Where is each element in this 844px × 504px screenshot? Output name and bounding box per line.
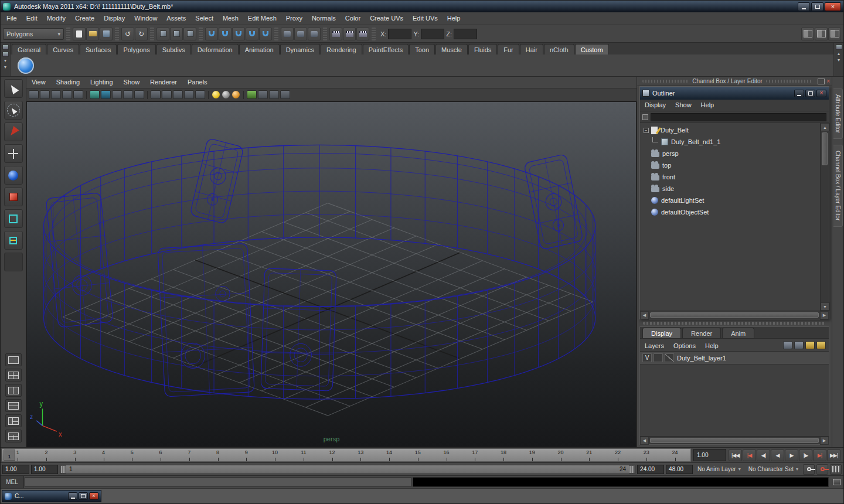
film-gate-icon[interactable] (162, 90, 172, 99)
timeline-frame-8[interactable]: 8 (203, 449, 232, 461)
outliner-vertical-scrollbar[interactable]: ▲ ▼ (820, 123, 829, 311)
shelf-tab-fluids[interactable]: Fluids (468, 44, 497, 55)
play-backwards-button[interactable]: ◀ (771, 449, 784, 461)
close-button[interactable]: × (825, 2, 841, 11)
custom-shelf-item-button[interactable] (18, 57, 34, 74)
scrollbar-track[interactable] (821, 166, 829, 302)
command-line-result[interactable] (413, 477, 829, 487)
playback-start-field[interactable]: 1.00 (31, 465, 58, 474)
close-panel-icon[interactable]: × (826, 79, 830, 84)
animation-start-field[interactable]: 1.00 (2, 465, 29, 474)
mini-restore-button[interactable] (79, 492, 88, 500)
menu-edit[interactable]: Edit (22, 12, 42, 25)
timeline-frame-1[interactable]: 1 (4, 449, 32, 461)
menu-proxy[interactable]: Proxy (281, 12, 307, 25)
paint-select-tool-button[interactable] (4, 122, 23, 141)
timeline-frame-11[interactable]: 11 (290, 449, 318, 461)
layer-editor-tab-display[interactable]: Display (642, 328, 681, 338)
render-current-frame-button[interactable] (329, 28, 342, 40)
layer-editor-tab-render[interactable]: Render (682, 328, 721, 338)
lasso-select-tool-button[interactable] (4, 101, 23, 120)
timeline-frame-6[interactable]: 6 (147, 449, 175, 461)
menu-color[interactable]: Color (341, 12, 365, 25)
display-layer-row[interactable]: VDuty_Belt_layer1 (640, 352, 829, 365)
perspective-viewport[interactable]: y x z persp (26, 101, 637, 447)
collapse-expander-icon[interactable]: − (644, 128, 649, 133)
menu-create-uvs[interactable]: Create UVs (365, 12, 408, 25)
undock-panel-icon[interactable] (818, 79, 825, 84)
shelf-scroll-down-icon[interactable]: ▾ (838, 58, 840, 63)
layout-persp-graph-button[interactable] (5, 430, 22, 442)
step-back-frame-button[interactable]: ◀| (757, 449, 770, 461)
outliner-menu-show[interactable]: Show (671, 100, 696, 111)
outliner-titlebar[interactable]: Outliner × (640, 87, 829, 100)
rotate-tool-button[interactable] (4, 166, 23, 185)
go-to-start-button[interactable]: |◀◀ (729, 449, 742, 461)
move-layer-up-icon[interactable] (783, 341, 792, 349)
timeline-frame-7[interactable]: 7 (175, 449, 204, 461)
animation-end-field[interactable]: 48.00 (666, 465, 693, 474)
outliner-item-side[interactable]: side (640, 183, 820, 195)
select-by-object-button[interactable] (170, 28, 183, 40)
x-input[interactable] (388, 29, 411, 39)
menu-window[interactable]: Window (130, 12, 162, 25)
range-slider[interactable]: 1 24 (60, 465, 635, 474)
outliner-menu-help[interactable]: Help (696, 100, 719, 111)
shelf-tab-deformation[interactable]: Deformation (192, 44, 239, 55)
show-manipulator-button[interactable] (4, 231, 23, 250)
outliner-menu-display[interactable]: Display (640, 100, 671, 111)
panel-menu-show[interactable]: Show (118, 77, 145, 88)
timeline-frame-13[interactable]: 13 (346, 449, 375, 461)
outliner-item-duty-belt[interactable]: −Duty_Belt (640, 124, 820, 136)
menu-display[interactable]: Display (99, 12, 130, 25)
undo-button[interactable]: ↺ (121, 28, 134, 40)
timeline-frame-5[interactable]: 5 (118, 449, 147, 461)
shelf-scroll-up-icon[interactable]: ▴ (838, 52, 840, 56)
scrollbar-thumb[interactable] (822, 132, 828, 165)
outliner-item-front[interactable]: front (640, 171, 820, 183)
ipr-render-button[interactable] (343, 28, 356, 40)
create-layer-from-selected-icon[interactable] (816, 341, 826, 349)
construction-history-button[interactable] (294, 28, 307, 40)
attribute-editor-toggle-button[interactable] (801, 28, 814, 40)
menu-file[interactable]: File (2, 12, 22, 25)
status-group-divider[interactable] (372, 28, 376, 40)
titlebar[interactable]: Autodesk Maya 2011 x64: D:\! 111111111\D… (1, 1, 843, 12)
status-group-divider[interactable] (115, 28, 119, 40)
shelf-tab-animation[interactable]: Animation (239, 44, 280, 55)
timeline-frame-23[interactable]: 23 (632, 449, 661, 461)
redo-button[interactable]: ↻ (135, 28, 148, 40)
move-tool-button[interactable] (4, 144, 23, 163)
side-tab-channel-box-layer-editor[interactable]: Channel Box / Layer Editor (833, 145, 843, 227)
timeline-frame-22[interactable]: 22 (604, 449, 632, 461)
timeline-frame-12[interactable]: 12 (318, 449, 346, 461)
range-slider-bar[interactable]: 1 24 (66, 465, 629, 474)
outliner-item-defaultobjectset[interactable]: defaultObjectSet (640, 206, 820, 218)
z-input[interactable] (454, 29, 477, 39)
y-input[interactable] (421, 29, 444, 39)
outliner-horizontal-scrollbar[interactable]: ◀ ▶ (640, 311, 829, 319)
snap-to-curve-button[interactable] (219, 28, 232, 40)
safe-title-icon[interactable] (195, 90, 205, 99)
anim-layer-dropdown[interactable]: No Anim Layer ▾ (695, 465, 744, 474)
scroll-down-icon[interactable]: ▼ (821, 302, 829, 311)
shelf-tab-polygons[interactable]: Polygons (117, 44, 155, 55)
lock-camera-icon[interactable] (40, 90, 50, 99)
menu-create[interactable]: Create (70, 12, 99, 25)
panel-menu-lighting[interactable]: Lighting (85, 77, 118, 88)
snap-to-point-button[interactable] (232, 28, 245, 40)
step-forward-frame-button[interactable]: |▶ (799, 449, 812, 461)
scrollbar-thumb[interactable] (650, 438, 819, 443)
layer-menu-help[interactable]: Help (700, 340, 723, 349)
panel-menu-shading[interactable]: Shading (51, 77, 85, 88)
menu-select[interactable]: Select (190, 12, 218, 25)
timeline-frame-14[interactable]: 14 (375, 449, 404, 461)
timeline-frame-2[interactable]: 2 (32, 449, 61, 461)
scroll-left-icon[interactable]: ◀ (640, 437, 649, 445)
time-slider[interactable]: 1 12345678910111213141516171819202122232… (2, 448, 691, 462)
layer-horizontal-scrollbar[interactable]: ◀ ▶ (640, 436, 829, 444)
input-connections-button[interactable] (281, 28, 294, 40)
shadows-icon[interactable] (134, 90, 144, 99)
auto-keyframe-toggle[interactable] (816, 464, 828, 475)
snap-to-view-plane-button[interactable] (246, 28, 258, 40)
